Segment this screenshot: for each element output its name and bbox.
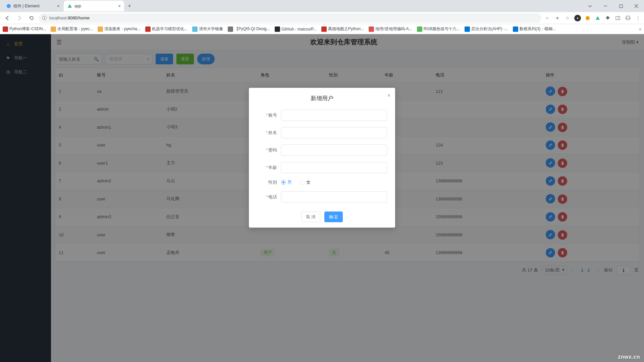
bookmark-label: RGB颜色值与十六...	[424, 26, 460, 32]
svg-rect-6	[616, 16, 620, 20]
bookmark-item[interactable]: 渲染图表 - pyecha...	[98, 26, 140, 32]
ok-button[interactable]: 确 定	[324, 212, 343, 222]
window-close-icon[interactable]	[629, 1, 644, 11]
sex-female-radio[interactable]: 女	[300, 179, 311, 185]
close-icon[interactable]: ×	[118, 3, 121, 9]
window-dropdown-icon[interactable]	[582, 1, 598, 11]
dialog-close-icon[interactable]: ×	[387, 93, 390, 99]
bookmark-favicon-icon	[145, 26, 151, 32]
bookmarks-overflow-icon[interactable]: »	[639, 27, 641, 32]
bookmark-item[interactable]: 【PyQt5-Qt Desig...	[228, 26, 270, 32]
close-icon[interactable]: ×	[57, 3, 60, 9]
account-field[interactable]	[281, 110, 387, 121]
bookmark-label: Python博客-CSDN...	[9, 26, 46, 32]
svg-point-9	[627, 16, 629, 18]
extensions-icon[interactable]	[604, 15, 611, 21]
bookmark-item[interactable]: 高德地图之Python...	[321, 26, 364, 32]
bookmark-favicon-icon	[321, 26, 327, 32]
bookmark-item[interactable]: 清华大学镜像	[192, 26, 223, 32]
ext1-icon[interactable]: ●	[574, 15, 581, 21]
bookmark-item[interactable]: Python博客-CSDN...	[3, 26, 46, 32]
dialog-mask[interactable]: × 新增用户 *账号 *姓名 *密码 *年龄 性别	[0, 34, 644, 362]
browser-tab[interactable]: 组件 | Element ×	[3, 1, 63, 11]
add-user-dialog: × 新增用户 *账号 *姓名 *密码 *年龄 性别	[249, 88, 395, 228]
window-controls	[582, 1, 644, 11]
side-panel-icon[interactable]	[614, 15, 621, 21]
browser-tab-bar: 组件 | Element × app × +	[0, 0, 644, 12]
bookmark-favicon-icon	[3, 26, 8, 32]
bookmark-label: 【PyQt5-Qt Desig...	[234, 26, 270, 32]
cancel-button[interactable]: 取 消	[301, 212, 320, 222]
bookmark-favicon-icon	[51, 26, 56, 32]
address-bar: ⓘ localhost:8080/home ⌐ ☆ ● ⋮	[0, 12, 644, 24]
svg-point-4	[586, 16, 590, 20]
dialog-title: 新增用户	[257, 95, 387, 102]
ext3-icon[interactable]	[594, 15, 601, 21]
window-minimize-icon[interactable]	[598, 1, 613, 11]
svg-rect-3	[620, 5, 623, 8]
name-field[interactable]	[281, 127, 387, 138]
sex-male-radio[interactable]: 男	[281, 179, 292, 185]
menu-icon[interactable]: ⋮	[635, 15, 641, 21]
ext2-icon[interactable]	[584, 15, 591, 21]
bookmark-item[interactable]: RGB颜色值与十六...	[417, 26, 460, 32]
watermark: znwx.cn	[618, 354, 640, 360]
svg-marker-5	[596, 16, 600, 20]
bookmark-label: 层次分析法(AHP) -...	[471, 26, 508, 32]
new-tab-button[interactable]: +	[125, 1, 134, 11]
nav-reload-icon[interactable]	[27, 13, 36, 23]
tab-title: 组件 | Element	[13, 3, 55, 9]
bookmark-label: 地理/逆地理编码-A...	[375, 26, 412, 32]
bookmark-label: 全局配置项 - pyec...	[57, 26, 93, 32]
bookmark-label: 高德地图之Python...	[328, 26, 364, 32]
bookmark-favicon-icon	[417, 26, 422, 32]
bookmark-label: GitHub - maicss/P...	[281, 27, 317, 32]
bookmark-favicon-icon	[228, 26, 233, 32]
bookmark-item[interactable]: 层次分析法(AHP) -...	[465, 26, 508, 32]
bookmark-item[interactable]: 全局配置项 - pyec...	[51, 26, 93, 32]
radio-icon	[281, 180, 286, 185]
bookmark-label: 数模系列(3)：模糊...	[520, 26, 556, 32]
key-icon[interactable]: ⌐	[544, 15, 551, 21]
phone-field[interactable]	[281, 191, 387, 203]
password-field[interactable]	[281, 144, 387, 156]
profile-icon[interactable]	[625, 15, 631, 21]
svg-point-0	[7, 4, 11, 8]
bookmark-label: 机器学习模型优化...	[152, 26, 187, 32]
bookmark-item[interactable]: 机器学习模型优化...	[145, 26, 187, 32]
tab-favicon-icon	[67, 3, 72, 9]
radio-icon	[300, 180, 305, 185]
url-host: localhost:	[49, 15, 68, 20]
bookmark-favicon-icon	[192, 26, 198, 32]
url-path: 8080/home	[68, 15, 90, 20]
site-info-icon[interactable]: ⓘ	[42, 15, 47, 21]
bookmark-label: 渲染图表 - pyecha...	[104, 26, 140, 32]
bookmark-item[interactable]: 数模系列(3)：模糊...	[513, 26, 556, 32]
bookmark-item[interactable]: 地理/逆地理编码-A...	[369, 26, 412, 32]
nav-back-icon[interactable]	[3, 13, 12, 23]
bookmark-favicon-icon	[275, 26, 280, 32]
bookmark-favicon-icon	[369, 26, 374, 32]
svg-marker-1	[68, 4, 72, 8]
bookmark-favicon-icon	[465, 26, 470, 32]
bookmark-favicon-icon	[513, 26, 518, 32]
tab-title: app	[74, 4, 116, 8]
tab-favicon-icon	[6, 3, 11, 9]
url-input[interactable]: ⓘ localhost:8080/home	[39, 13, 541, 23]
bookmark-label: 清华大学镜像	[199, 26, 223, 32]
share-icon[interactable]	[554, 15, 561, 21]
age-field[interactable]	[281, 162, 387, 173]
star-icon[interactable]: ☆	[564, 15, 571, 21]
browser-tab-active[interactable]: app ×	[64, 1, 124, 11]
window-maximize-icon[interactable]	[613, 1, 629, 11]
bookmark-favicon-icon	[98, 26, 103, 32]
bookmark-item[interactable]: GitHub - maicss/P...	[275, 26, 317, 32]
nav-forward-icon[interactable]	[15, 13, 24, 23]
bookmarks-bar: Python博客-CSDN...全局配置项 - pyec...渲染图表 - py…	[0, 24, 644, 34]
